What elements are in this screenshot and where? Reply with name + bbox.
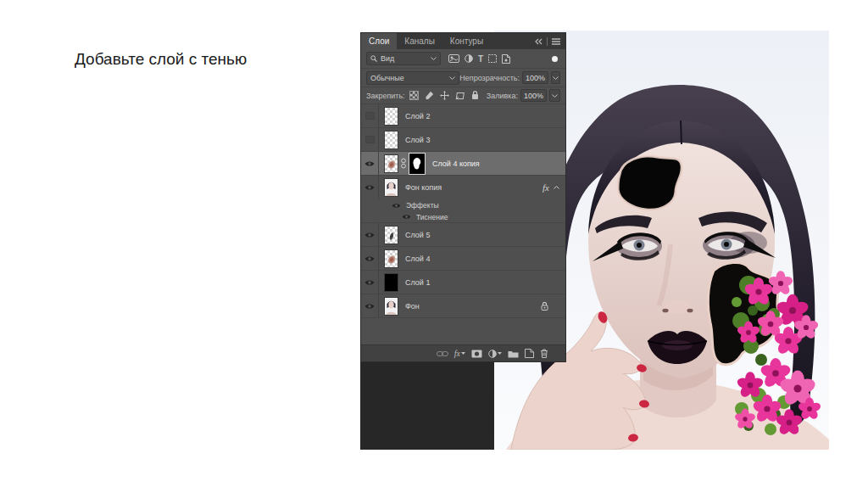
- layer-thumbnail[interactable]: [384, 178, 398, 197]
- visibility-toggle[interactable]: [361, 152, 379, 175]
- fill-label: Заливка:: [487, 92, 518, 100]
- layer-row[interactable]: Фон: [361, 294, 565, 318]
- layer-row[interactable]: Слой 4: [361, 247, 565, 271]
- lock-all-icon[interactable]: [471, 91, 479, 100]
- type-layers-filter-icon[interactable]: T: [478, 54, 483, 64]
- shape-layers-filter-icon[interactable]: [488, 54, 497, 63]
- page-title: Добавьте слой с тенью: [75, 50, 247, 69]
- eye-icon: [364, 184, 375, 191]
- lock-pixels-icon[interactable]: [425, 91, 434, 100]
- layer-name: Слой 4 копия: [432, 160, 480, 168]
- layer-thumbnail[interactable]: [384, 226, 398, 244]
- layer-row[interactable]: Слой 1: [361, 271, 565, 294]
- layer-name: Слой 3: [405, 136, 430, 144]
- tabbar-divider: [547, 37, 548, 46]
- visibility-toggle[interactable]: [361, 176, 379, 199]
- visibility-toggle[interactable]: [361, 223, 379, 246]
- lock-artboard-icon[interactable]: [455, 92, 465, 100]
- panel-menu-icon[interactable]: [552, 38, 560, 45]
- new-adjustment-layer-icon[interactable]: [488, 350, 502, 358]
- layer-thumbnail[interactable]: [384, 273, 398, 292]
- eye-icon: [364, 279, 375, 286]
- layer-filter-select[interactable]: Вид: [366, 52, 441, 65]
- blend-mode-select[interactable]: Обычные: [366, 71, 459, 85]
- layer-name: Слой 4: [405, 255, 430, 263]
- chevron-down-icon: [449, 76, 455, 80]
- workspace-pasteboard: [360, 362, 494, 450]
- layer-list: Слой 2 Слой 3: [361, 104, 565, 346]
- visibility-toggle[interactable]: [361, 294, 379, 317]
- blend-mode-value: Обычные: [370, 74, 404, 82]
- new-group-icon[interactable]: [508, 350, 519, 358]
- fill-dropdown-icon[interactable]: [549, 89, 560, 102]
- layer-name: Слой 1: [405, 278, 430, 287]
- layer-row-selected[interactable]: Слой 4 копия: [361, 152, 565, 176]
- smart-object-filter-icon[interactable]: [502, 54, 510, 64]
- layer-thumbnail[interactable]: [384, 131, 398, 149]
- layer-thumbnail[interactable]: [384, 154, 398, 173]
- fill-value[interactable]: 100%: [520, 89, 547, 102]
- effect-label: Тиснение: [416, 213, 448, 221]
- layers-panel: Слои Каналы Контуры: [360, 32, 566, 362]
- visibility-toggle[interactable]: [361, 104, 379, 127]
- collapse-panels-icon[interactable]: [535, 38, 542, 45]
- collapse-effects-icon[interactable]: [554, 186, 559, 189]
- eye-icon: [364, 160, 375, 167]
- eye-icon[interactable]: [392, 203, 401, 209]
- panel-tabbar: Слои Каналы Контуры: [361, 33, 565, 49]
- adjustment-layers-filter-icon[interactable]: [465, 54, 473, 63]
- layer-thumbnail[interactable]: [384, 107, 398, 126]
- opacity-dropdown-icon[interactable]: [551, 71, 560, 84]
- visibility-toggle[interactable]: [361, 271, 379, 294]
- lock-icon: [541, 301, 548, 311]
- add-layer-mask-icon[interactable]: [471, 350, 482, 358]
- effects-group-label: Эффекты: [406, 201, 439, 210]
- layer-thumbnail[interactable]: [384, 297, 398, 316]
- link-layers-icon[interactable]: [437, 350, 448, 357]
- layer-name: Фон копия: [405, 183, 442, 192]
- lock-label: Закрепить:: [366, 92, 405, 100]
- lock-transparency-icon[interactable]: [409, 91, 419, 100]
- opacity-label: Непрозрачность:: [459, 74, 520, 82]
- layer-style-fx-badge[interactable]: fx: [542, 182, 549, 193]
- eye-icon: [364, 232, 375, 238]
- eye-icon: [364, 255, 375, 262]
- tab-paths[interactable]: Контуры: [442, 33, 491, 49]
- layer-filtering-toggle[interactable]: [552, 56, 558, 62]
- effect-row[interactable]: Тиснение: [361, 211, 565, 223]
- layer-row[interactable]: Слой 3: [361, 128, 565, 152]
- layer-name: Фон: [405, 302, 420, 311]
- photoshop-screenshot: Слои Каналы Контуры: [360, 31, 829, 450]
- blend-row: Обычные Непрозрачность: 100%: [361, 69, 565, 87]
- layer-style-icon[interactable]: fx: [454, 349, 465, 358]
- eye-icon[interactable]: [402, 214, 411, 220]
- visibility-toggle[interactable]: [361, 247, 379, 270]
- delete-layer-icon[interactable]: [540, 349, 548, 358]
- layer-row[interactable]: Слой 5: [361, 223, 565, 247]
- presentation-slide: Добавьте слой с тенью: [0, 0, 868, 487]
- chevron-down-icon: [431, 57, 437, 60]
- layer-name: Слой 2: [405, 112, 430, 120]
- eye-hidden-icon: [365, 112, 375, 120]
- effects-group-row[interactable]: Эффекты: [361, 199, 565, 211]
- eye-hidden-icon: [365, 136, 375, 143]
- tab-channels[interactable]: Каналы: [397, 33, 442, 49]
- layer-mask-thumbnail[interactable]: [409, 153, 426, 175]
- search-icon: [370, 55, 377, 62]
- lock-position-icon[interactable]: [440, 91, 449, 100]
- visibility-toggle[interactable]: [361, 128, 379, 151]
- lock-row: Закрепить: Заливка:: [361, 87, 565, 104]
- opacity-value[interactable]: 100%: [522, 71, 548, 84]
- eye-icon: [364, 303, 375, 310]
- panel-bottom-bar: fx: [361, 344, 565, 361]
- layer-row[interactable]: Слой 2: [361, 104, 565, 128]
- layer-row[interactable]: Фон копия fx: [361, 176, 565, 199]
- filter-row: Вид T: [361, 49, 565, 69]
- tab-layers[interactable]: Слои: [361, 33, 397, 49]
- mask-link-icon[interactable]: [401, 158, 406, 169]
- layer-name: Слой 5: [405, 231, 430, 239]
- filter-kind-label: Вид: [381, 54, 394, 63]
- new-layer-icon[interactable]: [525, 349, 534, 358]
- pixel-layers-filter-icon[interactable]: [448, 54, 459, 63]
- layer-thumbnail[interactable]: [384, 249, 398, 268]
